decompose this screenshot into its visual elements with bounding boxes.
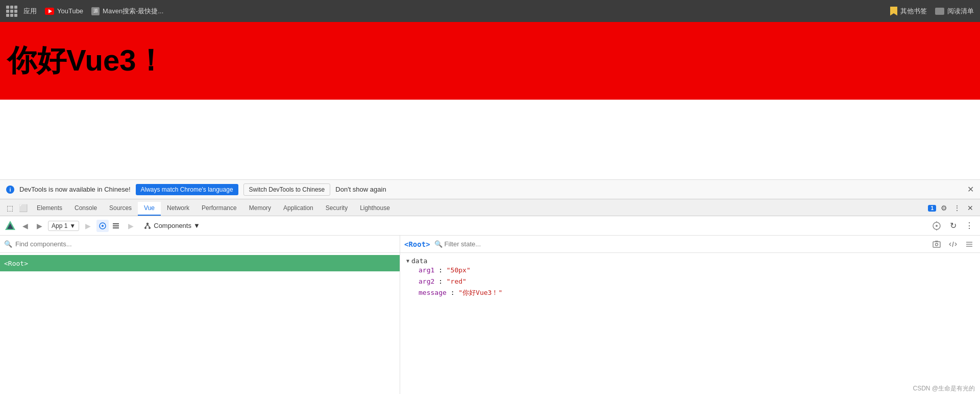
value-message: "你好Vue3！" <box>458 289 502 296</box>
data-section: ▼ data arg1 : "50px" arg2 : "red" me <box>406 257 974 298</box>
component-tree: 🔍 <Root> <box>0 236 400 394</box>
device-toggle-icon[interactable]: ⬜ <box>17 202 29 214</box>
more-options-icon[interactable]: ⋮ <box>951 202 963 214</box>
list-view-button[interactable] <box>110 220 122 232</box>
info-icon: i <box>6 186 14 194</box>
tree-view-button[interactable] <box>96 220 109 232</box>
components-selector[interactable]: Components ▼ <box>139 220 204 231</box>
red-banner: 你好Vue3！ <box>0 22 980 100</box>
svg-point-13 <box>936 225 938 227</box>
data-row-arg1: arg1 : "50px" <box>406 265 974 276</box>
svg-rect-16 <box>933 242 940 247</box>
other-bookmarks[interactable]: 其他书签 <box>890 7 927 16</box>
notification-badge: 1 <box>928 205 936 212</box>
tab-memory[interactable]: Memory <box>243 202 277 216</box>
view-toggle <box>96 220 122 232</box>
browser-bar: 应用 YouTube 源 Maven搜索-最快捷... 其他书签 阅读清单 <box>0 0 980 22</box>
scroll-to-component-icon[interactable] <box>930 219 943 233</box>
search-icon: 🔍 <box>4 240 12 248</box>
bookmark-icon <box>890 7 897 16</box>
apps-label: 应用 <box>23 7 37 16</box>
svg-line-9 <box>148 225 150 227</box>
filter-state-input[interactable] <box>445 240 530 248</box>
back-button[interactable]: ◀ <box>19 220 31 231</box>
root-component-item[interactable]: <Root> <box>0 255 400 271</box>
apps-area: 应用 <box>6 6 37 17</box>
svg-rect-5 <box>113 225 119 226</box>
state-panel: <Root> 🔍 <box>400 236 980 394</box>
tab-console[interactable]: Console <box>68 202 103 216</box>
tab-youtube[interactable]: YouTube <box>45 7 83 15</box>
value-arg2: "red" <box>447 277 467 285</box>
component-search-bar: 🔍 <box>0 236 400 253</box>
tab-performance[interactable]: Performance <box>195 202 243 216</box>
settings-icon[interactable]: ⚙ <box>938 202 949 214</box>
components-icon <box>143 222 152 230</box>
svg-point-10 <box>144 227 146 229</box>
refresh-icon[interactable]: ↻ <box>946 219 960 233</box>
vue-logo <box>4 220 16 232</box>
devtools-panel: ⬚ ⬜ Elements Console Sources Vue Network… <box>0 199 980 394</box>
nav-separator-2: ▶ <box>125 220 136 231</box>
svg-rect-6 <box>113 227 119 228</box>
collapse-triangle: ▼ <box>406 258 409 264</box>
state-content: ▼ data arg1 : "50px" arg2 : "red" me <box>400 253 980 305</box>
list-icon[interactable] <box>963 238 976 251</box>
vue-toolbar: ◀ ▶ App 1 ▼ ▶ ▶ <box>0 216 980 236</box>
key-message: message <box>419 289 447 296</box>
tab-security[interactable]: Security <box>320 202 354 216</box>
tab-application[interactable]: Application <box>277 202 320 216</box>
notification-close[interactable]: ✕ <box>967 184 974 194</box>
data-section-label: data <box>411 257 427 265</box>
tab-vue[interactable]: Vue <box>138 202 161 216</box>
svg-point-11 <box>149 227 151 229</box>
svg-point-3 <box>102 225 104 227</box>
youtube-icon <box>45 8 54 15</box>
svg-point-17 <box>936 243 938 246</box>
state-header: <Root> 🔍 <box>400 236 980 253</box>
vue-toolbar-right: ↻ ⋮ <box>930 219 976 233</box>
code-icon[interactable] <box>946 238 960 251</box>
csdn-watermark: CSDN @生命是有光的 <box>913 384 975 393</box>
tab-lighthouse[interactable]: Lighthouse <box>354 202 396 216</box>
switch-devtools-button[interactable]: Switch DevTools to Chinese <box>243 183 331 196</box>
inspect-icon[interactable]: ⬚ <box>4 202 15 214</box>
value-arg1: "50px" <box>447 266 471 274</box>
close-devtools-icon[interactable]: ✕ <box>965 202 976 214</box>
components-arrow: ▼ <box>193 222 200 229</box>
app-name: App 1 <box>52 222 67 229</box>
reader-icon <box>935 8 944 15</box>
reader-list[interactable]: 阅读清单 <box>935 7 974 16</box>
state-root-tag: <Root> <box>404 240 430 248</box>
tab-elements[interactable]: Elements <box>31 202 68 216</box>
devtools-main: 🔍 <Root> <Root> 🔍 <box>0 236 980 394</box>
svg-rect-18 <box>935 241 938 242</box>
app-selector-arrow: ▼ <box>69 222 76 229</box>
more-icon[interactable]: ⋮ <box>963 219 976 233</box>
root-tag: <Root> <box>4 260 28 267</box>
match-language-button[interactable]: Always match Chrome's language <box>136 184 238 195</box>
data-toggle[interactable]: ▼ data <box>406 257 974 265</box>
dont-show-again[interactable]: Don't show again <box>335 186 386 193</box>
forward-button[interactable]: ▶ <box>34 220 45 231</box>
app-selector[interactable]: App 1 ▼ <box>48 221 79 231</box>
devtools-right-icons: 1 ⚙ ⋮ ✕ <box>926 202 978 216</box>
svg-rect-4 <box>113 223 119 224</box>
key-arg2: arg2 <box>419 277 434 285</box>
search-input[interactable] <box>15 240 396 248</box>
data-row-message: message : "你好Vue3！" <box>406 287 974 298</box>
key-arg1: arg1 <box>419 266 434 274</box>
svg-line-19 <box>952 242 953 247</box>
screenshot-icon[interactable] <box>930 238 943 251</box>
main-content: 你好Vue3！ <box>0 22 980 179</box>
tab-network[interactable]: Network <box>161 202 195 216</box>
apps-grid-icon[interactable] <box>6 6 17 17</box>
tab-maven[interactable]: 源 Maven搜索-最快捷... <box>91 7 163 16</box>
devtools-tabs: ⬚ ⬜ Elements Console Sources Vue Network… <box>0 199 980 216</box>
bookmarks-area: 其他书签 阅读清单 <box>890 7 974 16</box>
filter-search-icon: 🔍 <box>434 240 443 248</box>
data-row-arg2: arg2 : "red" <box>406 276 974 287</box>
tab-sources[interactable]: Sources <box>103 202 138 216</box>
components-label: Components <box>154 222 191 229</box>
svg-line-8 <box>145 225 148 227</box>
